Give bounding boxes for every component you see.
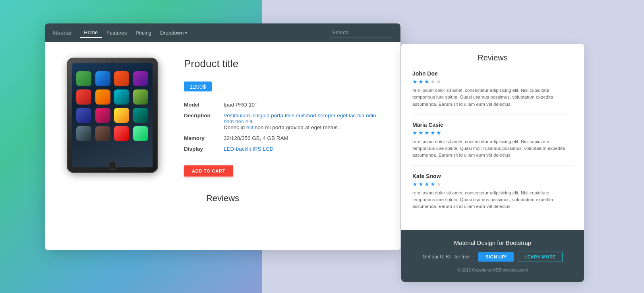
back-card-reviews-area: Reviews John Doe ★ ★ ★ ★ ★ rem ipsum dol… (401, 44, 584, 230)
add-to-cart-button[interactable]: ADD TO CART (184, 165, 233, 177)
star-icon: ★ (418, 78, 424, 85)
nav-link-features[interactable]: Features (102, 28, 131, 37)
spec-label-model: Model (184, 99, 224, 110)
footer-copyright: © 2015 Copyright: MDBbootstrap.com (412, 268, 573, 272)
star-icon: ★ (424, 130, 429, 136)
chevron-down-icon: ▾ (185, 31, 187, 35)
app-icon (114, 71, 129, 86)
review-item-3: Kate Snow ★ ★ ★ ★ ★ rem ipsum dolor sit … (412, 173, 573, 217)
back-card-footer: Material Design for Bootstrap Get our UI… (401, 230, 584, 282)
reviewer-name-3: Kate Snow (412, 173, 573, 179)
app-icon (133, 126, 148, 141)
signup-button[interactable]: SIGN UP! (478, 252, 514, 262)
review-text-2: rem ipsum dolor sit amet, consectetur ad… (412, 138, 573, 159)
description-text-2: Donec id elit non mi porta gravida at eg… (224, 124, 339, 130)
navbar: Navbar Home Features Pricing Dropdown ▾ (45, 23, 400, 42)
reviewer-name-2: Maria Casie (412, 122, 573, 128)
learn-more-button[interactable]: LEARN MORE (518, 252, 563, 262)
spec-value-model: Ipad PRO 10" (224, 99, 385, 110)
app-icon (76, 89, 91, 105)
review-text-1: rem ipsum dolor sit amet, consectetur ad… (412, 87, 573, 108)
description-text-1: Vestibulum id ligula porta felis euismod… (224, 113, 376, 124)
star-icon: ★ (418, 181, 424, 187)
app-icon (114, 108, 129, 123)
star-icon: ★ (412, 78, 418, 85)
app-icon (114, 126, 129, 141)
ipad-body (67, 58, 158, 173)
table-row: Memory 32/128/256 GB, 4 GB RAM (184, 133, 385, 144)
app-icon (95, 89, 110, 105)
reviewer-name-1: John Doe (412, 70, 573, 77)
ipad-screen (72, 63, 153, 167)
app-icon (133, 108, 148, 123)
table-row: Decription Vestibulum id ligula porta fe… (184, 110, 385, 133)
nav-dropdown[interactable]: Dropdown ▾ (156, 28, 191, 37)
search-area (329, 28, 393, 37)
nav-links: Home Features Pricing Dropdown ▾ (80, 28, 329, 38)
footer-cta-text: Get our UI KIT for free (423, 254, 470, 260)
star-icon: ★ (436, 78, 441, 85)
description-link[interactable]: elit (246, 124, 253, 130)
star-icon: ★ (436, 130, 441, 136)
nav-link-pricing[interactable]: Pricing (132, 28, 155, 37)
app-icon (95, 71, 110, 86)
nav-link-home[interactable]: Home (80, 28, 102, 38)
back-card: Reviews John Doe ★ ★ ★ ★ ★ rem ipsum dol… (401, 44, 584, 282)
stars-2: ★ ★ ★ ★ ★ (412, 130, 573, 136)
screen-icons (72, 63, 153, 145)
app-icon (76, 108, 91, 123)
navbar-brand: Navbar (53, 29, 72, 36)
star-icon: ★ (430, 130, 435, 136)
table-row: Model Ipad PRO 10" (184, 99, 385, 110)
product-image (67, 58, 158, 177)
app-icon (95, 108, 110, 123)
review-text-3: rem ipsum dolor sit amet, consectetur ad… (412, 190, 573, 210)
spec-table: Model Ipad PRO 10" Decription Vestibulum… (184, 99, 385, 154)
spec-label-display: Display (184, 144, 224, 154)
spec-label-memory: Memory (184, 133, 224, 144)
spec-value-description: Vestibulum id ligula porta felis euismod… (224, 110, 385, 133)
footer-actions: Get our UI KIT for free SIGN UP! LEARN M… (412, 252, 573, 262)
table-row: Display LED-backlit IPS LCD (184, 144, 385, 154)
product-image-area (57, 54, 168, 177)
spec-label-description: Decription (184, 110, 224, 133)
app-icon (114, 89, 129, 105)
review-item-1: John Doe ★ ★ ★ ★ ★ rem ipsum dolor sit a… (412, 70, 573, 114)
star-icon: ★ (424, 78, 429, 85)
app-icon (76, 126, 91, 141)
star-icon: ★ (430, 181, 435, 187)
back-reviews-title: Reviews (412, 53, 573, 62)
reviews-heading: Reviews (61, 193, 385, 204)
search-input[interactable] (329, 28, 393, 37)
product-title: Product title (184, 58, 385, 70)
footer-title: Material Design for Bootstrap (412, 239, 573, 246)
star-icon: ★ (418, 130, 424, 136)
spec-value-display: LED-backlit IPS LCD (224, 144, 385, 154)
ipad-home-button (108, 161, 117, 170)
product-details: Product title 1200$ Model Ipad PRO 10" D… (184, 54, 385, 177)
reviews-section: Reviews (45, 185, 400, 212)
app-icon (133, 89, 148, 105)
price-badge: 1200$ (184, 81, 212, 91)
star-icon: ★ (430, 78, 435, 85)
stars-3: ★ ★ ★ ★ ★ (412, 181, 573, 187)
app-icon (133, 71, 148, 86)
star-icon: ★ (424, 181, 429, 187)
product-area: Product title 1200$ Model Ipad PRO 10" D… (45, 42, 400, 185)
star-icon: ★ (412, 181, 418, 187)
star-icon: ★ (412, 130, 418, 136)
review-item-2: Maria Casie ★ ★ ★ ★ ★ rem ipsum dolor si… (412, 122, 573, 166)
product-divider (184, 75, 385, 75)
app-icon (95, 126, 110, 141)
main-card: Navbar Home Features Pricing Dropdown ▾ (45, 23, 400, 250)
star-icon: ★ (436, 181, 441, 187)
stars-1: ★ ★ ★ ★ ★ (412, 78, 573, 85)
spec-value-memory: 32/128/256 GB, 4 GB RAM (224, 133, 385, 144)
app-icon (76, 71, 91, 86)
nav-dropdown-label: Dropdown (160, 30, 184, 36)
